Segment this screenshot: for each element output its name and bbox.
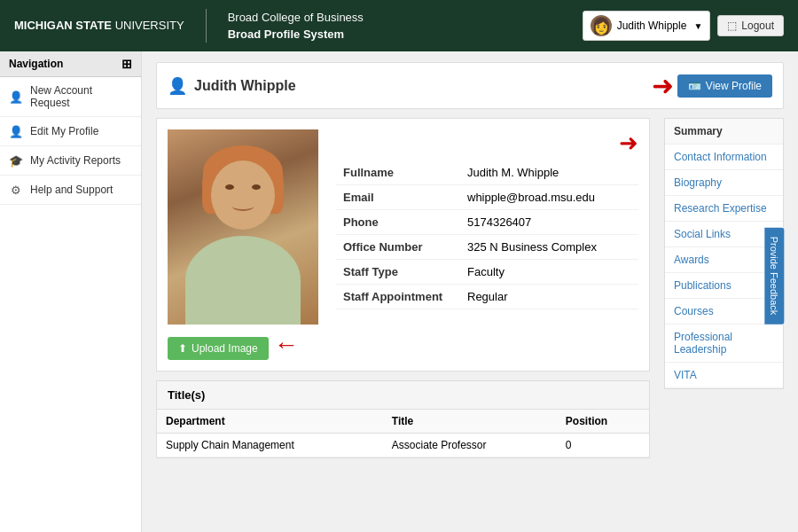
- sidebar-item-activity-reports[interactable]: 🎓 My Activity Reports: [0, 146, 141, 176]
- nav-courses-label: Courses: [674, 305, 714, 317]
- field-value: Regular: [460, 285, 638, 309]
- field-label: Email: [336, 185, 460, 210]
- photo-col: ⬆ Upload Image ←: [168, 129, 318, 360]
- main-layout: Navigation ⊞ 👤 New Account Request 👤 Edi…: [0, 51, 798, 532]
- header-left: MICHIGAN STATE UNIVERSITY Broad College …: [14, 9, 364, 43]
- reports-icon: 🎓: [9, 153, 23, 168]
- table-row: Supply Chain Management Associate Profes…: [157, 434, 649, 458]
- header-title: Broad College of Business Broad Profile …: [228, 9, 364, 43]
- summary-arrow-area: ➜: [336, 129, 638, 157]
- right-nav-item-vita[interactable]: VITA: [665, 363, 783, 388]
- right-nav-item-contact[interactable]: Contact Information: [665, 145, 783, 170]
- table-row: Email whipple@broad.msu.edu: [336, 185, 638, 210]
- sidebar-item-label: New Account Request: [30, 84, 132, 109]
- cell-title: Associate Professor: [383, 434, 557, 458]
- nav-professional-label: Professional Leadership: [674, 331, 732, 356]
- right-nav-item-research[interactable]: Research Expertise: [665, 196, 783, 222]
- sidebar-item-help[interactable]: ⚙ Help and Support: [0, 176, 141, 205]
- profile-card: ⬆ Upload Image ← ➜: [156, 118, 650, 372]
- sidebar-item-label: Help and Support: [30, 184, 113, 196]
- titles-section-label: Title(s): [168, 388, 205, 402]
- profile-section: ⬆ Upload Image ← ➜: [156, 118, 784, 458]
- nav-contact-label: Contact Information: [674, 151, 767, 163]
- logout-icon: ⬚: [727, 20, 737, 32]
- table-header-row: Department Title Position: [157, 410, 649, 434]
- sidebar-item-label: My Activity Reports: [30, 154, 121, 167]
- field-label: Office Number: [336, 235, 460, 260]
- profile-details: ➜ Fullname Judith M. Whipple Email whipp…: [336, 129, 638, 360]
- right-nav-item-summary[interactable]: Summary: [665, 119, 783, 145]
- person-icon: 👤: [168, 76, 187, 96]
- upload-icon: ⬆: [178, 342, 187, 355]
- nav-social-label: Social Links: [674, 228, 731, 240]
- page-title-text: Judith Whipple: [194, 78, 296, 94]
- profile-photo-img: [168, 129, 318, 325]
- upload-area: ⬆ Upload Image ←: [168, 330, 299, 360]
- field-value: whipple@broad.msu.edu: [460, 185, 638, 210]
- user-avatar: 👩: [591, 15, 612, 36]
- arrow-left-icon: ←: [274, 331, 299, 359]
- table-row: Staff Appointment Regular: [336, 285, 638, 309]
- view-profile-button[interactable]: 🪪 View Profile: [677, 74, 772, 98]
- nav-vita-label: VITA: [674, 369, 697, 381]
- arrow-right-icon: ➜: [652, 70, 674, 101]
- sidebar-header: Navigation ⊞: [0, 51, 141, 77]
- titles-header: Title(s): [157, 381, 649, 410]
- titles-section: Title(s) Department Title Position: [156, 380, 650, 458]
- titles-table: Department Title Position Supply Chain M…: [157, 410, 649, 458]
- help-icon: ⚙: [9, 183, 23, 197]
- cell-position: 0: [557, 434, 649, 458]
- upload-btn-label: Upload Image: [192, 342, 258, 355]
- field-value: Faculty: [460, 260, 638, 285]
- field-label: Staff Appointment: [336, 285, 460, 309]
- sidebar-item-label: Edit My Profile: [30, 125, 98, 137]
- col-title: Title: [383, 410, 557, 434]
- sidebar-item-new-account[interactable]: 👤 New Account Request: [0, 77, 141, 117]
- cell-department: Supply Chain Management: [157, 434, 383, 458]
- nav-publications-label: Publications: [674, 279, 732, 292]
- page-title-bar: 👤 Judith Whipple ➜ 🪪 View Profile: [156, 62, 784, 109]
- person-add-icon: 👤: [9, 90, 23, 104]
- logout-label: Logout: [741, 20, 774, 32]
- grid-icon: ⊞: [121, 57, 132, 71]
- chevron-down-icon: ▼: [693, 21, 702, 31]
- table-row: Phone 5174326407: [336, 210, 638, 235]
- logout-button[interactable]: ⬚ Logout: [717, 15, 784, 36]
- profile-table: Fullname Judith M. Whipple Email whipple…: [336, 160, 638, 309]
- table-row: Fullname Judith M. Whipple: [336, 160, 638, 185]
- nav-biography-label: Biography: [674, 176, 722, 189]
- view-profile-label: View Profile: [706, 80, 762, 92]
- page-title: 👤 Judith Whipple: [168, 76, 296, 96]
- nav-awards-label: Awards: [674, 254, 709, 266]
- profile-photo: [168, 129, 318, 325]
- header-right: 👩 Judith Whipple ▼ ⬚ Logout: [583, 11, 784, 41]
- field-value: 5174326407: [460, 210, 638, 235]
- nav-summary-label: Summary: [674, 125, 723, 137]
- header: MICHIGAN STATE UNIVERSITY Broad College …: [0, 0, 798, 51]
- profile-left: ⬆ Upload Image ← ➜: [156, 118, 650, 458]
- field-label: Fullname: [336, 160, 460, 185]
- sidebar-header-label: Navigation: [9, 58, 63, 70]
- content-area: 👤 Judith Whipple ➜ 🪪 View Profile: [142, 51, 798, 532]
- col-department: Department: [157, 410, 383, 434]
- feedback-tab[interactable]: Provide Feedback: [765, 228, 785, 325]
- msu-logo: MICHIGAN STATE UNIVERSITY: [14, 19, 184, 34]
- upload-image-button[interactable]: ⬆ Upload Image: [168, 337, 269, 360]
- profile-icon: 🪪: [688, 80, 701, 92]
- header-divider: [206, 9, 207, 43]
- view-profile-area: ➜ 🪪 View Profile: [652, 70, 772, 101]
- person-edit-icon: 👤: [9, 124, 23, 138]
- arrow-right-2-icon: ➜: [619, 129, 638, 157]
- field-value: Judith M. Whipple: [460, 160, 638, 185]
- field-value: 325 N Business Complex: [460, 235, 638, 260]
- right-nav-item-professional[interactable]: Professional Leadership: [665, 325, 783, 363]
- table-row: Staff Type Faculty: [336, 260, 638, 285]
- col-position: Position: [557, 410, 649, 434]
- right-nav-item-biography[interactable]: Biography: [665, 170, 783, 196]
- user-name-label: Judith Whipple: [617, 20, 687, 32]
- sidebar-item-edit-profile[interactable]: 👤 Edit My Profile: [0, 117, 141, 146]
- user-menu-button[interactable]: 👩 Judith Whipple ▼: [583, 11, 711, 41]
- field-label: Phone: [336, 210, 460, 235]
- feedback-label: Provide Feedback: [770, 237, 780, 316]
- sidebar: Navigation ⊞ 👤 New Account Request 👤 Edi…: [0, 51, 142, 532]
